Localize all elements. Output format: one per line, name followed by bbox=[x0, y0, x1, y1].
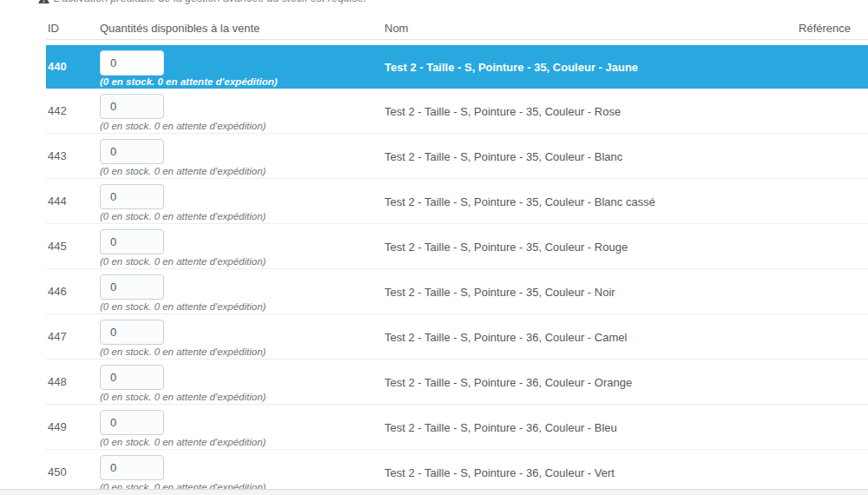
stock-note: (0 en stock. 0 en attente d'expédition) bbox=[100, 256, 266, 267]
combination-name: Test 2 - Taille - S, Pointure - 36, Coul… bbox=[385, 331, 627, 344]
warning-icon bbox=[38, 0, 49, 3]
quantity-input[interactable] bbox=[100, 410, 164, 435]
row-id: 447 bbox=[48, 330, 67, 343]
table-row[interactable]: 440 (0 en stock. 0 en attente d'expéditi… bbox=[46, 45, 868, 89]
table-row[interactable]: 447 (0 en stock. 0 en attente d'expéditi… bbox=[46, 314, 868, 360]
stock-note: (0 en stock. 0 en attente d'expédition) bbox=[100, 76, 278, 87]
table-row[interactable]: 446 (0 en stock. 0 en attente d'expéditi… bbox=[46, 269, 868, 314]
row-id: 444 bbox=[48, 195, 67, 208]
combination-name: Test 2 - Taille - S, Pointure - 35, Coul… bbox=[385, 241, 628, 254]
table-row[interactable]: 445 (0 en stock. 0 en attente d'expéditi… bbox=[46, 224, 868, 269]
stock-note: (0 en stock. 0 en attente d'expédition) bbox=[100, 121, 266, 131]
row-id: 448 bbox=[48, 375, 67, 388]
row-id: 440 bbox=[48, 60, 67, 73]
table-row[interactable]: 449 (0 en stock. 0 en attente d'expéditi… bbox=[46, 405, 868, 450]
row-id: 446 bbox=[48, 285, 67, 298]
table-row[interactable]: 443 (0 en stock. 0 en attente d'expéditi… bbox=[46, 134, 868, 179]
stock-note: (0 en stock. 0 en attente d'expédition) bbox=[100, 301, 266, 312]
table-body: 440 (0 en stock. 0 en attente d'expéditi… bbox=[46, 45, 868, 495]
combination-name: Test 2 - Taille - S, Pointure - 35, Coul… bbox=[385, 105, 621, 118]
row-id: 449 bbox=[48, 420, 67, 433]
stock-note: (0 en stock. 0 en attente d'expédition) bbox=[100, 346, 266, 357]
table-row[interactable]: 442 (0 en stock. 0 en attente d'expéditi… bbox=[46, 89, 868, 134]
stock-note: (0 en stock. 0 en attente d'expédition) bbox=[100, 437, 266, 447]
combination-name: Test 2 - Taille - S, Pointure - 36, Coul… bbox=[385, 376, 632, 389]
quantity-input[interactable] bbox=[100, 94, 164, 119]
quantity-input[interactable] bbox=[100, 274, 164, 300]
row-id: 445 bbox=[48, 240, 67, 253]
column-header-reference: Référence bbox=[799, 22, 851, 35]
column-header-quantity: Quantités disponibles à la vente bbox=[100, 22, 260, 35]
row-id: 442 bbox=[48, 104, 67, 117]
combination-name: Test 2 - Taille - S, Pointure - 35, Coul… bbox=[385, 195, 655, 208]
quantity-input[interactable] bbox=[100, 139, 164, 164]
stock-note: (0 en stock. 0 en attente d'expédition) bbox=[100, 166, 266, 176]
quantity-input[interactable] bbox=[100, 50, 164, 76]
table-header: ID Quantités disponibles à la vente Nom … bbox=[46, 19, 868, 40]
table-row[interactable]: 444 (0 en stock. 0 en attente d'expéditi… bbox=[46, 179, 868, 224]
stock-note: (0 en stock. 0 en attente d'expédition) bbox=[100, 392, 266, 402]
combinations-table: ID Quantités disponibles à la vente Nom … bbox=[46, 19, 868, 495]
quantity-input[interactable] bbox=[100, 365, 164, 390]
panel-bottom-edge bbox=[0, 489, 868, 495]
combination-name: Test 2 - Taille - S, Pointure - 35, Coul… bbox=[385, 61, 638, 74]
column-header-id: ID bbox=[48, 22, 59, 35]
row-id: 450 bbox=[48, 465, 67, 478]
stock-warning: L'activation préalable de la gestion ava… bbox=[38, 0, 366, 4]
stock-note: (0 en stock. 0 en attente d'expédition) bbox=[100, 211, 266, 221]
combination-name: Test 2 - Taille - S, Pointure - 36, Coul… bbox=[385, 466, 615, 479]
column-header-name: Nom bbox=[385, 22, 408, 35]
table-row[interactable]: 448 (0 en stock. 0 en attente d'expéditi… bbox=[46, 360, 868, 405]
stock-quantities-panel: L'activation préalable de la gestion ava… bbox=[0, 0, 868, 495]
combination-name: Test 2 - Taille - S, Pointure - 35, Coul… bbox=[385, 150, 622, 163]
stock-warning-text: L'activation préalable de la gestion ava… bbox=[54, 0, 366, 4]
quantity-input[interactable] bbox=[100, 455, 164, 480]
quantity-input[interactable] bbox=[100, 184, 164, 209]
row-id: 443 bbox=[48, 149, 67, 162]
quantity-input[interactable] bbox=[100, 320, 164, 345]
combination-name: Test 2 - Taille - S, Pointure - 36, Coul… bbox=[385, 421, 617, 434]
quantity-input[interactable] bbox=[100, 229, 164, 254]
combination-name: Test 2 - Taille - S, Pointure - 35, Coul… bbox=[385, 286, 615, 299]
